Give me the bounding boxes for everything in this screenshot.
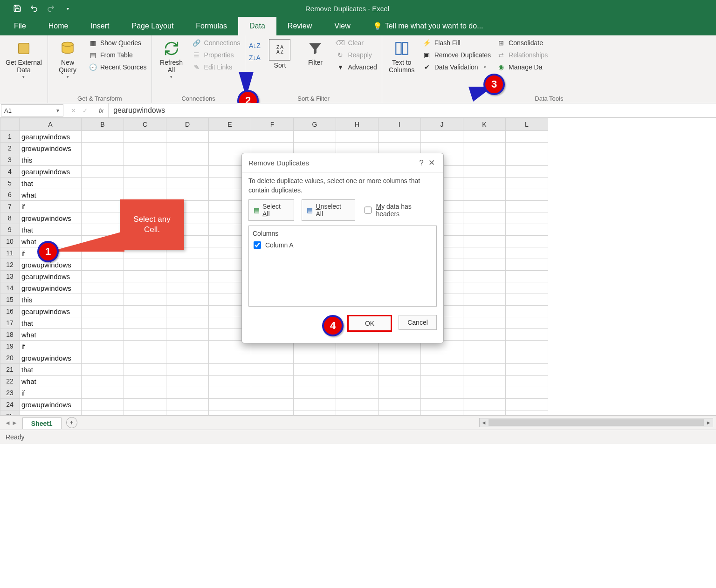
cell[interactable]: what [20,189,82,201]
cell[interactable] [506,201,548,212]
tab-review[interactable]: Review [276,17,323,35]
text-to-columns-button[interactable]: Text to Columns [385,37,419,75]
row-header[interactable]: 22 [0,376,20,387]
cell[interactable] [379,410,421,416]
cell[interactable] [421,376,463,387]
row-header[interactable]: 7 [0,201,20,212]
cell[interactable] [20,410,82,416]
tab-insert[interactable]: Insert [79,17,120,35]
row-header[interactable]: 16 [0,306,20,317]
cell[interactable] [166,143,209,154]
cell[interactable] [463,178,506,189]
row-header[interactable]: 24 [0,399,20,410]
cell[interactable] [463,352,506,364]
unselect-all-button[interactable]: ▤ Unselect All [302,199,355,221]
cell[interactable] [506,387,548,399]
edit-links-button[interactable]: ✎ Edit Links [190,62,242,73]
undo-icon[interactable] [30,4,38,13]
cell[interactable] [166,399,209,410]
scrollbar-thumb[interactable] [489,419,704,426]
cell[interactable] [463,166,506,178]
help-icon[interactable]: ? [416,158,427,168]
cell[interactable] [506,178,548,189]
reapply-button[interactable]: ↻ Reapply [334,49,379,61]
column-header[interactable]: A [20,118,82,131]
cell[interactable] [166,364,209,376]
close-icon[interactable]: ✕ [427,158,437,168]
row-header[interactable]: 14 [0,282,20,294]
cell[interactable]: gearupwindows [20,166,82,178]
cell[interactable] [294,399,336,410]
row-header[interactable]: 21 [0,364,20,376]
cell[interactable] [336,410,379,416]
cell[interactable] [463,201,506,212]
cell[interactable] [463,212,506,224]
row-header[interactable]: 12 [0,259,20,271]
row-header[interactable]: 8 [0,212,20,224]
cell[interactable] [506,352,548,364]
cell[interactable] [294,131,336,143]
sheet-next-icon[interactable]: ► [12,419,18,426]
cell[interactable] [379,387,421,399]
cell[interactable] [463,224,506,236]
cell[interactable] [124,131,166,143]
row-header[interactable]: 18 [0,329,20,341]
cell[interactable] [463,306,506,317]
cell[interactable] [506,399,548,410]
cell[interactable]: what [20,329,82,341]
formula-input[interactable]: gearupwindows [108,103,716,117]
cell[interactable] [463,364,506,376]
cell[interactable] [124,399,166,410]
cell[interactable] [506,341,548,352]
cell[interactable]: this [20,294,82,306]
new-sheet-button[interactable]: ＋ [66,417,77,428]
cell[interactable] [294,143,336,154]
cell[interactable] [166,154,209,166]
column-header[interactable]: C [124,118,166,131]
cell[interactable] [82,399,124,410]
cell[interactable] [463,271,506,282]
qat-customize-icon[interactable]: ▾ [63,4,72,13]
cell[interactable] [124,178,166,189]
cell[interactable] [82,259,124,271]
cell[interactable] [82,189,124,201]
cell[interactable]: gearupwindows [20,271,82,282]
cell[interactable] [506,131,548,143]
cell[interactable] [506,189,548,201]
cell[interactable] [82,271,124,282]
cell[interactable] [379,399,421,410]
cell[interactable] [209,387,251,399]
cell[interactable] [82,166,124,178]
row-header[interactable]: 23 [0,387,20,399]
cell[interactable] [124,259,166,271]
cell[interactable] [124,410,166,416]
cell[interactable] [506,259,548,271]
cell[interactable] [421,143,463,154]
cell[interactable] [166,282,209,294]
cell[interactable] [209,352,251,364]
cell[interactable] [506,247,548,259]
cell[interactable] [166,329,209,341]
row-header[interactable]: 10 [0,236,20,247]
cell[interactable] [124,352,166,364]
cell[interactable] [421,410,463,416]
cell[interactable] [166,410,209,416]
row-header[interactable]: 2 [0,143,20,154]
name-box[interactable]: A1 ▼ [1,104,63,116]
save-icon[interactable] [13,4,21,13]
column-header[interactable]: L [506,118,548,131]
cell[interactable] [251,364,294,376]
data-validation-button[interactable]: ✔ Data Validation ▾ [420,62,493,73]
cell[interactable] [506,376,548,387]
cell[interactable]: gearupwindows [20,306,82,317]
flash-fill-button[interactable]: ⚡ Flash Fill [420,37,493,48]
refresh-all-button[interactable]: Refresh All ▾ [155,37,188,82]
cell[interactable] [336,376,379,387]
cell[interactable] [463,399,506,410]
select-all-cell[interactable] [0,118,20,131]
show-queries-button[interactable]: ▦ Show Queries [86,37,149,48]
tab-data[interactable]: Data [238,17,276,35]
cell[interactable] [82,282,124,294]
sort-button[interactable]: Z AA Z Sort [263,37,296,71]
cell[interactable] [209,131,251,143]
